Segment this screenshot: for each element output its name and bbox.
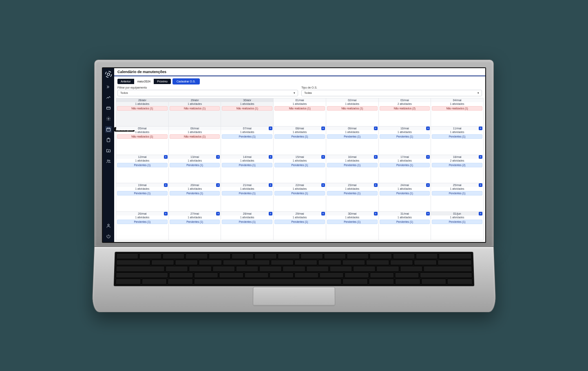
- equipment-icon[interactable]: [105, 105, 112, 111]
- add-os-button[interactable]: +: [269, 183, 272, 187]
- status-badge-pendentes[interactable]: Pendentes (1): [432, 134, 482, 139]
- add-os-button[interactable]: +: [269, 155, 272, 159]
- add-os-button[interactable]: +: [164, 155, 168, 159]
- status-badge-pendentes[interactable]: Pendentes (1): [274, 134, 325, 139]
- filter-equipment-select[interactable]: Todos ▾: [117, 90, 298, 96]
- calendar-cell[interactable]: 02/mai1 atividadesNão realizados (1): [326, 98, 379, 127]
- next-button[interactable]: Próximo: [154, 79, 171, 84]
- calendar-cell[interactable]: 03/mai2 atividadesNão realizados (2): [379, 98, 431, 127]
- calendar-cell[interactable]: 29/mai+1 atividadesPendentes (1): [274, 212, 326, 240]
- add-os-button[interactable]: +: [374, 183, 378, 187]
- calendar-cell[interactable]: 13/mai+1 atividadesPendentes (1): [169, 155, 221, 184]
- add-os-button[interactable]: +: [479, 155, 482, 159]
- calendar-cell[interactable]: 09/mai+1 atividadesPendentes (1): [326, 127, 379, 155]
- calendar-cell[interactable]: 17/mai+1 atividadesPendentes (1): [379, 155, 431, 184]
- add-os-button[interactable]: +: [426, 183, 430, 187]
- status-badge-nao-realizados[interactable]: Não realizados (1): [117, 106, 168, 111]
- calendar-cell[interactable]: 14/mai+1 atividadesPendentes (1): [221, 155, 274, 184]
- status-badge-pendentes[interactable]: Pendentes (1): [432, 191, 482, 195]
- calendar-cell[interactable]: 18/mai+2 atividadesPendentes (2): [431, 155, 484, 184]
- power-icon[interactable]: [105, 233, 112, 240]
- status-badge-pendentes[interactable]: Pendentes (1): [327, 220, 378, 224]
- add-os-button[interactable]: +: [269, 127, 272, 130]
- status-badge-pendentes[interactable]: Pendentes (1): [380, 191, 430, 195]
- calendar-icon[interactable]: Manutenções: [105, 126, 112, 133]
- status-badge-pendentes[interactable]: Pendentes (2): [432, 163, 482, 167]
- add-os-button[interactable]: +: [216, 155, 220, 159]
- add-os-button[interactable]: +: [216, 183, 220, 187]
- status-badge-pendentes[interactable]: Pendentes (1): [222, 191, 272, 195]
- status-badge-pendentes[interactable]: Pendentes (1): [222, 163, 272, 167]
- add-os-button[interactable]: +: [374, 127, 378, 130]
- calendar-cell[interactable]: 30/mai+1 atividadesPendentes (1): [326, 212, 379, 240]
- add-os-button[interactable]: +: [374, 212, 378, 215]
- expand-icon[interactable]: [105, 84, 112, 90]
- prev-button[interactable]: Anterior: [117, 79, 134, 84]
- status-badge-nao-realizados[interactable]: Não realizados (1): [432, 106, 482, 111]
- calendar-cell[interactable]: 08/mai+1 atividadesPendentes (1): [274, 127, 326, 155]
- calendar-cell[interactable]: 29/abr1 atividadesNão realizados (1): [169, 98, 221, 127]
- calendar-cell[interactable]: 06/mai1 atividadesNão realizados (1): [169, 127, 221, 155]
- add-os-button[interactable]: +: [479, 183, 482, 187]
- calendar-cell[interactable]: 04/mai1 atividadesNão realizados (1): [431, 98, 484, 127]
- status-badge-nao-realizados[interactable]: Não realizados (1): [222, 106, 272, 111]
- calendar-cell[interactable]: 01/mai1 atividadesNão realizados (1): [274, 98, 326, 127]
- status-badge-pendentes[interactable]: Pendentes (1): [117, 220, 168, 224]
- calendar-cell[interactable]: 27/mai+1 atividadesPendentes (1): [169, 212, 221, 240]
- status-badge-pendentes[interactable]: Pendentes (1): [380, 163, 430, 167]
- clipboard-icon[interactable]: [105, 137, 112, 143]
- profile-icon[interactable]: [105, 222, 112, 229]
- add-os-button[interactable]: +: [216, 212, 220, 215]
- filter-os-type-select[interactable]: Todas ▾: [301, 90, 482, 96]
- calendar-cell[interactable]: 10/mai+1 atividadesPendentes (1): [379, 127, 431, 155]
- status-badge-pendentes[interactable]: Pendentes (1): [380, 220, 430, 224]
- add-os-button[interactable]: +: [426, 127, 430, 130]
- status-badge-pendentes[interactable]: Pendentes (1): [274, 220, 325, 224]
- calendar-cell[interactable]: 12/mai+1 atividadesPendentes (1): [116, 155, 169, 184]
- calendar-cell[interactable]: 15/mai+1 atividadesPendentes (1): [274, 155, 326, 184]
- calendar-cell[interactable]: 25/mai+1 atividadesPendentes (1): [431, 183, 484, 212]
- status-badge-pendentes[interactable]: Pendentes (1): [170, 191, 220, 195]
- add-os-button[interactable]: +: [479, 212, 482, 215]
- month-button[interactable]: maio/2024: [134, 79, 154, 84]
- status-badge-nao-realizados[interactable]: Não realizados (1): [170, 134, 220, 139]
- calendar-cell[interactable]: 11/mai+1 atividadesPendentes (1): [431, 127, 484, 155]
- calendar-cell[interactable]: 22/mai+1 atividadesPendentes (1): [274, 183, 326, 212]
- users-icon[interactable]: [105, 158, 112, 164]
- add-os-button[interactable]: +: [164, 183, 168, 187]
- status-badge-pendentes[interactable]: Pendentes (1): [327, 191, 378, 195]
- calendar-cell[interactable]: 20/mai+1 atividadesPendentes (1): [169, 183, 221, 212]
- status-badge-pendentes[interactable]: Pendentes (1): [432, 220, 482, 224]
- add-os-button[interactable]: +: [374, 155, 378, 159]
- gear-icon[interactable]: [105, 116, 112, 122]
- dashboard-icon[interactable]: [105, 94, 112, 101]
- folder-add-icon[interactable]: [105, 147, 112, 154]
- status-badge-pendentes[interactable]: Pendentes (1): [222, 134, 272, 139]
- calendar-cell[interactable]: 19/mai+1 atividadesPendentes (1): [116, 183, 169, 212]
- calendar-cell[interactable]: 28/abr1 atividadesNão realizados (1): [116, 98, 169, 127]
- status-badge-pendentes[interactable]: Pendentes (1): [327, 134, 378, 139]
- status-badge-nao-realizados[interactable]: Não realizados (1): [170, 106, 220, 111]
- add-os-button[interactable]: +: [164, 212, 168, 215]
- add-os-button[interactable]: +: [321, 183, 325, 187]
- status-badge-nao-realizados[interactable]: Não realizados (1): [117, 134, 168, 139]
- calendar-cell[interactable]: 28/mai+1 atividadesPendentes (1): [221, 212, 274, 240]
- add-os-button[interactable]: +: [269, 212, 272, 215]
- create-os-button[interactable]: Cadastrar O.S.: [172, 78, 200, 84]
- add-os-button[interactable]: +: [321, 127, 325, 130]
- status-badge-pendentes[interactable]: Pendentes (1): [117, 191, 168, 195]
- status-badge-pendentes[interactable]: Pendentes (1): [274, 191, 325, 195]
- add-os-button[interactable]: +: [426, 155, 430, 159]
- calendar-cell[interactable]: 07/mai+1 atividadesPendentes (1): [221, 127, 274, 155]
- status-badge-nao-realizados[interactable]: Não realizados (1): [274, 106, 325, 111]
- status-badge-nao-realizados[interactable]: Não realizados (2): [380, 106, 430, 111]
- status-badge-nao-realizados[interactable]: Não realizados (1): [327, 106, 378, 111]
- add-os-button[interactable]: +: [321, 155, 325, 159]
- status-badge-pendentes[interactable]: Pendentes (1): [327, 163, 378, 167]
- status-badge-pendentes[interactable]: Pendentes (1): [117, 163, 168, 167]
- add-os-button[interactable]: +: [321, 212, 325, 215]
- calendar-cell[interactable]: 31/mai+1 atividadesPendentes (1): [379, 212, 431, 240]
- calendar-cell[interactable]: 30/abr1 atividadesNão realizados (1): [221, 98, 274, 127]
- status-badge-pendentes[interactable]: Pendentes (1): [274, 163, 325, 167]
- calendar-cell[interactable]: 01/jun+1 atividadesPendentes (1): [431, 212, 484, 240]
